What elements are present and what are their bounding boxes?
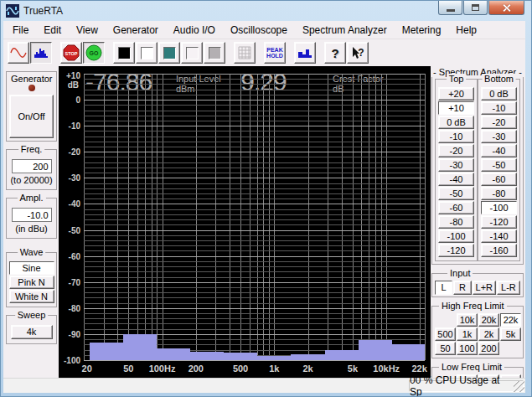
bottom-range-50[interactable]: -50 xyxy=(481,158,517,172)
wave-sine[interactable]: Sine xyxy=(9,261,54,275)
high-freq-200[interactable]: 200 xyxy=(478,342,499,355)
input-channel-l-r[interactable]: L-R xyxy=(497,281,520,295)
context-help-button[interactable]: ? xyxy=(347,42,369,64)
menu-oscilloscope[interactable]: Oscilloscope xyxy=(223,22,295,39)
spectrum-view-button[interactable] xyxy=(30,42,52,64)
bar-display-button[interactable] xyxy=(294,42,316,64)
high-freq-22k[interactable]: 22k xyxy=(500,313,521,327)
maximize-button[interactable] xyxy=(463,1,488,15)
bottom-range-120[interactable]: -120 xyxy=(481,215,517,229)
top-range-120[interactable]: -120 xyxy=(438,244,474,257)
top-range-40[interactable]: -40 xyxy=(438,173,474,186)
high-freq-500[interactable]: 500 xyxy=(435,327,456,341)
bottom-range-160[interactable]: -160 xyxy=(481,244,517,257)
wave-group-label: Wave xyxy=(18,247,46,257)
spectrum-band-125 xyxy=(157,348,190,360)
gridline-h xyxy=(84,240,425,241)
gridline-h xyxy=(84,198,425,199)
x-tick-500: 500 xyxy=(233,363,248,374)
high-freq-2k[interactable]: 2k xyxy=(478,327,499,341)
input-channel-r[interactable]: R xyxy=(453,281,471,295)
toolbar: STOP GO xyxy=(3,39,525,66)
menu-file[interactable]: File xyxy=(5,22,36,39)
wave-pink-n[interactable]: Pink N xyxy=(9,276,54,289)
minimize-button[interactable] xyxy=(438,1,462,15)
gridline-v xyxy=(361,74,362,360)
top-range-10[interactable]: -10 xyxy=(438,130,474,143)
bottom-range-60[interactable]: -60 xyxy=(481,173,517,186)
wave-white-n[interactable]: White N xyxy=(9,290,54,303)
top-range-80[interactable]: -80 xyxy=(438,215,474,229)
color-swatch-white-icon xyxy=(141,47,153,59)
menu-audio-i-o[interactable]: Audio I/O xyxy=(166,22,223,39)
generator-onoff-button[interactable]: On/Off xyxy=(9,95,54,138)
sweep-group-label: Sweep xyxy=(15,310,49,320)
gridline-v xyxy=(263,74,264,360)
title-bar[interactable]: TrueRTA xyxy=(1,1,531,21)
sweep-rate-button[interactable]: 4k xyxy=(11,325,53,339)
gridline-v xyxy=(215,74,216,360)
stop-button[interactable]: STOP xyxy=(60,42,82,64)
gridline-h xyxy=(84,235,425,236)
help-button[interactable]: ? xyxy=(324,42,346,64)
gridline-v xyxy=(425,74,426,360)
gridline-v xyxy=(369,74,369,360)
close-button[interactable] xyxy=(488,1,524,15)
input-channel-l-r[interactable]: L+R xyxy=(473,281,496,295)
x-tick-5k: 5k xyxy=(348,363,358,374)
bottom-range-140[interactable]: -140 xyxy=(481,229,517,243)
bottom-range-100[interactable]: -100 xyxy=(481,201,517,214)
high-freq-5k[interactable]: 5k xyxy=(500,327,521,341)
grid-toggle-button[interactable] xyxy=(234,42,256,64)
color-swatch-teal-button[interactable] xyxy=(158,42,180,64)
oscilloscope-view-button[interactable] xyxy=(8,42,29,64)
x-tick-100hz: 100Hz xyxy=(149,363,176,374)
spectrum-band-250 xyxy=(190,352,224,360)
input-channel-buttons: LRL+RL-R xyxy=(434,281,521,295)
peak-hold-button[interactable]: PEAKHOLD xyxy=(264,42,286,64)
top-range-60[interactable]: -60 xyxy=(438,201,474,214)
menu-help[interactable]: Help xyxy=(448,22,484,39)
resize-grip[interactable] xyxy=(514,381,524,392)
freq-input[interactable] xyxy=(12,159,52,173)
high-freq-1k[interactable]: 1k xyxy=(457,327,478,341)
menu-spectrum-analyzer[interactable]: Spectrum Analyzer xyxy=(295,22,395,39)
bottom-range-40[interactable]: -40 xyxy=(481,144,517,157)
bottom-range-10[interactable]: -10 xyxy=(481,101,517,115)
gridline-h xyxy=(84,266,425,267)
menu-view[interactable]: View xyxy=(69,22,106,39)
gridline-v xyxy=(386,74,387,360)
gridline-h xyxy=(84,90,425,90)
bottom-range-80[interactable]: -80 xyxy=(481,187,517,200)
generator-group-label: Generator xyxy=(8,74,54,84)
bottom-range-0-db[interactable]: 0 dB xyxy=(481,87,517,101)
menu-bar: FileEditViewGeneratorAudio I/OOscillosco… xyxy=(3,21,525,39)
top-range-50[interactable]: -50 xyxy=(438,187,474,200)
gridline-v xyxy=(257,74,258,360)
go-button[interactable]: GO xyxy=(83,42,105,64)
top-range-30[interactable]: -30 xyxy=(438,158,474,172)
color-swatch-black-button[interactable] xyxy=(113,42,135,64)
top-range-10[interactable]: +10 xyxy=(438,101,474,115)
top-range-20[interactable]: +20 xyxy=(438,87,474,101)
gridline-v xyxy=(250,74,251,360)
input-channel-l[interactable]: L xyxy=(435,281,452,295)
gridline-h xyxy=(84,271,425,272)
top-range-20[interactable]: -20 xyxy=(438,144,474,157)
ampl-input[interactable] xyxy=(12,208,52,222)
menu-edit[interactable]: Edit xyxy=(36,22,69,39)
bottom-range-30[interactable]: -30 xyxy=(481,130,517,143)
color-swatch-gray-button[interactable] xyxy=(204,42,225,64)
high-freq-10k[interactable]: 10k xyxy=(457,313,478,327)
menu-metering[interactable]: Metering xyxy=(395,22,449,39)
top-range-0-db[interactable]: 0 dB xyxy=(438,116,474,129)
color-swatch-white-button[interactable] xyxy=(136,42,158,64)
top-range-100[interactable]: -100 xyxy=(438,229,474,243)
high-freq-50[interactable]: 50 xyxy=(435,342,456,355)
bottom-range-20[interactable]: -20 xyxy=(481,116,517,129)
color-swatch-lightgray-button[interactable] xyxy=(181,42,203,64)
close-icon xyxy=(502,3,511,13)
high-freq-100[interactable]: 100 xyxy=(457,342,478,355)
high-freq-20k[interactable]: 20k xyxy=(478,313,499,327)
menu-generator[interactable]: Generator xyxy=(106,22,166,39)
